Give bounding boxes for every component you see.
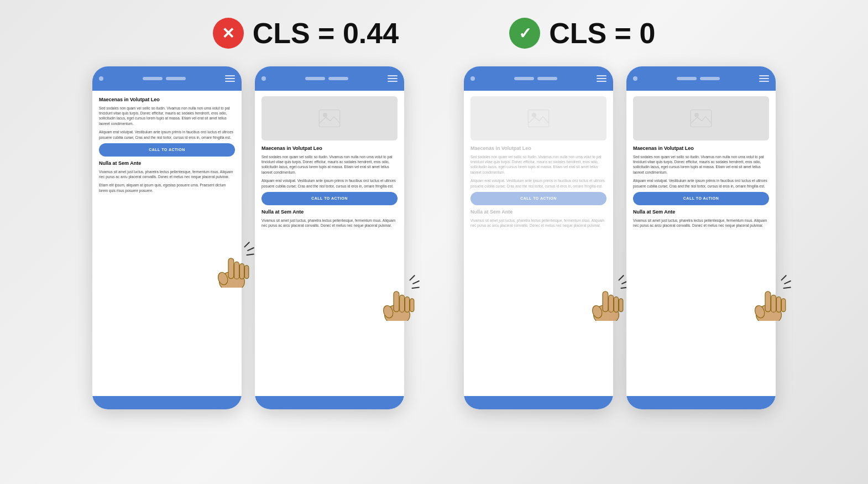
phone-subtitle2: Nulla at Sem Ante: [262, 209, 398, 216]
svg-rect-39: [776, 297, 781, 313]
menu-bar12: [759, 81, 769, 82]
cta-button-good2[interactable]: CALL TO AcTION: [633, 192, 769, 205]
phone-para1c: Sed sodales non quam vel sollic so itudi…: [470, 154, 606, 175]
phone-bad-1-wrapper: Maecenas in Volutpat Leo Sed sodales non…: [92, 66, 242, 409]
cta-button-good1[interactable]: CALL TO ACTION: [470, 192, 606, 205]
svg-rect-18: [410, 299, 414, 312]
phone-good-1: Maecenas in Volutpat Leo Sed sodales non…: [464, 66, 613, 409]
svg-line-1: [248, 248, 254, 251]
topbar-dot3: [470, 76, 475, 81]
phone-title: Maecenas in Volutpat Leo: [99, 96, 235, 103]
svg-rect-17: [405, 297, 409, 313]
phone-para1d: Sed sodales non quam vel sollic so itudi…: [633, 154, 769, 175]
phone-good-1-content: Maecenas in Volutpat Leo Sed sodales non…: [464, 91, 613, 396]
bad-cls-badge: ✕ CLS = 0.44: [213, 17, 399, 50]
svg-line-13: [412, 287, 419, 288]
image-icon: [318, 107, 341, 129]
topbar-pill2: [166, 77, 186, 80]
cta-button-bad2[interactable]: CALL TO ACTION: [262, 192, 398, 205]
phone-good-2-topbar: [626, 66, 776, 91]
menu-bar7: [597, 75, 606, 76]
phone-subtitle3: Nulla at Sem Ante: [470, 209, 606, 216]
phone-para3: Vivamus sit amet just luctus, pharetra l…: [99, 169, 235, 180]
svg-rect-9: [319, 110, 339, 127]
phone-para2d: Aliquam erat volutpat. Vestibulum ante i…: [633, 178, 769, 189]
good-cls-label: CLS = 0: [549, 17, 655, 50]
svg-line-0: [244, 242, 249, 247]
topbar-dot4: [633, 76, 637, 81]
phone-good-1-bottombar: [464, 396, 613, 409]
topbar-pill8: [700, 77, 720, 80]
phone-para3c: Vivamus sit amet just luctus, pharetra l…: [470, 218, 606, 228]
good-icon: ✓: [509, 18, 540, 49]
topbar-center2: [305, 77, 348, 80]
topbar-menu2: [388, 75, 398, 82]
topbar-menu4: [759, 75, 769, 82]
menu-bar2: [225, 78, 235, 79]
phone-good-2-content: Maecenas in Volutpat Leo Sed sodales non…: [626, 91, 776, 396]
phone-title2: Maecenas in Volutpat Leo: [262, 145, 398, 152]
phone-bad-1-bottombar: [92, 396, 242, 409]
phones-section: Maecenas in Volutpat Leo Sed sodales non…: [0, 61, 868, 409]
image-icon4: [690, 107, 712, 129]
phone-good-2: Maecenas in Volutpat Leo Sed sodales non…: [626, 66, 776, 409]
phone-bad-2-wrapper: Maecenas in Volutpat Leo Sed sodales non…: [255, 66, 404, 409]
svg-point-10: [323, 113, 327, 117]
svg-line-11: [410, 275, 414, 280]
topbar-dot2: [262, 76, 266, 81]
svg-line-34: [785, 281, 791, 284]
phone-para3b: Vivamus sit amet just luctus, pharetra l…: [262, 218, 398, 228]
svg-line-33: [781, 275, 786, 280]
phone-bad-2: Maecenas in Volutpat Leo Sed sodales non…: [255, 66, 404, 409]
phone-subtitle: Nulla at Sem Ante: [99, 160, 235, 167]
svg-point-32: [694, 113, 699, 117]
menu-bar8: [597, 78, 606, 79]
phone-para4: Etiam elit ipsum, aliquam at ipsum quis,…: [99, 183, 235, 193]
phone-subtitle4: Nulla at Sem Ante: [633, 209, 769, 216]
phone-title4: Maecenas in Volutpat Leo: [633, 145, 769, 152]
menu-bar9: [597, 81, 606, 82]
phone-para3d: Vivamus sit amet just luctus, pharetra l…: [633, 218, 769, 228]
svg-rect-29: [619, 299, 623, 312]
image-placeholder-3: [470, 96, 606, 140]
phone-bad-2-topbar: [255, 66, 404, 91]
phone-bad-1-content: Maecenas in Volutpat Leo Sed sodales non…: [92, 91, 242, 396]
phone-bad-2-bottombar: [255, 396, 404, 409]
topbar-pill: [143, 77, 163, 80]
menu-bar5: [388, 78, 398, 79]
menu-bar10: [759, 75, 769, 76]
phone-para2c: Aliquam erat volutpat. Vestibulum ante i…: [470, 178, 606, 189]
svg-line-35: [784, 287, 791, 288]
topbar-menu3: [597, 75, 606, 82]
topbar-pill6: [537, 77, 557, 80]
phone-bad-1-topbar: [92, 66, 242, 91]
topbar-pill3: [305, 77, 325, 80]
topbar-center: [143, 77, 186, 80]
menu-bar1: [225, 75, 235, 76]
menu-bar6: [388, 81, 398, 82]
svg-rect-40: [781, 299, 785, 312]
phone-good-2-wrapper: Maecenas in Volutpat Leo Sed sodales non…: [626, 66, 776, 409]
svg-line-12: [413, 281, 419, 284]
image-placeholder-2: [262, 96, 398, 140]
topbar-menu: [225, 75, 235, 82]
phone-good-2-bottombar: [626, 396, 776, 409]
menu-bar3: [225, 81, 235, 82]
svg-rect-31: [691, 110, 711, 127]
topbar-center4: [677, 77, 720, 80]
topbar-pill7: [677, 77, 697, 80]
svg-rect-7: [244, 266, 248, 279]
image-placeholder-4: [633, 96, 769, 140]
good-cls-badge: ✓ CLS = 0: [509, 17, 655, 50]
topbar-pill4: [328, 77, 348, 80]
svg-rect-20: [528, 110, 548, 127]
header-section: ✕ CLS = 0.44 ✓ CLS = 0: [0, 0, 868, 61]
svg-line-2: [247, 254, 254, 255]
phone-para2: Aliquam erat volutpat. Vestibulum ante i…: [99, 129, 235, 140]
phone-bad-2-content: Maecenas in Volutpat Leo Sed sodales non…: [255, 91, 404, 396]
topbar-pill5: [514, 77, 534, 80]
phone-bad-1: Maecenas in Volutpat Leo Sed sodales non…: [92, 66, 242, 409]
cta-button-bad1[interactable]: CALL TO ACTION: [99, 143, 235, 157]
image-icon3: [527, 107, 550, 129]
svg-rect-28: [614, 297, 618, 313]
